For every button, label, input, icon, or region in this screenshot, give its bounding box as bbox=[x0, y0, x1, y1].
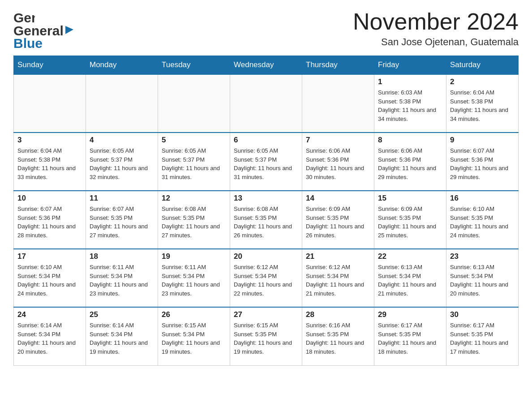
col-sunday: Sunday bbox=[14, 56, 86, 75]
table-row: 15Sunrise: 6:09 AMSunset: 5:35 PMDayligh… bbox=[374, 191, 446, 249]
table-row: 21Sunrise: 6:12 AMSunset: 5:34 PMDayligh… bbox=[302, 249, 374, 307]
day-number: 23 bbox=[450, 252, 515, 261]
day-info: Sunrise: 6:05 AMSunset: 5:37 PMDaylight:… bbox=[90, 146, 154, 181]
table-row: 11Sunrise: 6:07 AMSunset: 5:35 PMDayligh… bbox=[86, 191, 158, 249]
table-row: 6Sunrise: 6:05 AMSunset: 5:37 PMDaylight… bbox=[230, 133, 302, 191]
day-number: 5 bbox=[162, 136, 226, 145]
page-header: General General Blue November 2024 San J… bbox=[13, 9, 519, 51]
day-number: 3 bbox=[17, 136, 82, 145]
table-row: 2Sunrise: 6:04 AMSunset: 5:38 PMDaylight… bbox=[446, 74, 519, 133]
col-wednesday: Wednesday bbox=[230, 56, 302, 75]
day-number: 29 bbox=[378, 310, 442, 319]
day-number: 28 bbox=[306, 310, 370, 319]
title-section: November 2024 San Jose Ojetenan, Guatema… bbox=[353, 9, 519, 48]
col-thursday: Thursday bbox=[302, 56, 374, 75]
col-friday: Friday bbox=[374, 56, 446, 75]
day-number: 27 bbox=[234, 310, 298, 319]
logo-triangle-icon bbox=[64, 25, 74, 35]
table-row: 19Sunrise: 6:11 AMSunset: 5:34 PMDayligh… bbox=[158, 249, 230, 307]
day-info: Sunrise: 6:13 AMSunset: 5:34 PMDaylight:… bbox=[450, 263, 515, 298]
table-row: 20Sunrise: 6:12 AMSunset: 5:34 PMDayligh… bbox=[230, 249, 302, 307]
table-row: 12Sunrise: 6:08 AMSunset: 5:35 PMDayligh… bbox=[158, 191, 230, 249]
day-info: Sunrise: 6:13 AMSunset: 5:34 PMDaylight:… bbox=[378, 263, 442, 298]
day-info: Sunrise: 6:09 AMSunset: 5:35 PMDaylight:… bbox=[306, 205, 370, 240]
table-row: 16Sunrise: 6:10 AMSunset: 5:35 PMDayligh… bbox=[446, 191, 519, 249]
day-number: 17 bbox=[17, 252, 82, 261]
table-row: 9Sunrise: 6:07 AMSunset: 5:36 PMDaylight… bbox=[446, 133, 519, 191]
day-number: 26 bbox=[162, 310, 226, 319]
day-number: 6 bbox=[234, 136, 298, 145]
day-number: 20 bbox=[234, 252, 298, 261]
day-info: Sunrise: 6:11 AMSunset: 5:34 PMDaylight:… bbox=[162, 263, 226, 298]
table-row: 10Sunrise: 6:07 AMSunset: 5:36 PMDayligh… bbox=[14, 191, 86, 249]
col-tuesday: Tuesday bbox=[158, 56, 230, 75]
table-row: 29Sunrise: 6:17 AMSunset: 5:35 PMDayligh… bbox=[374, 307, 446, 365]
day-number: 13 bbox=[234, 194, 298, 203]
table-row: 25Sunrise: 6:14 AMSunset: 5:34 PMDayligh… bbox=[86, 307, 158, 365]
day-number: 25 bbox=[90, 310, 154, 319]
table-row: 14Sunrise: 6:09 AMSunset: 5:35 PMDayligh… bbox=[302, 191, 374, 249]
day-number: 15 bbox=[378, 194, 442, 203]
table-row: 7Sunrise: 6:06 AMSunset: 5:36 PMDaylight… bbox=[302, 133, 374, 191]
table-row: 26Sunrise: 6:15 AMSunset: 5:34 PMDayligh… bbox=[158, 307, 230, 365]
table-row bbox=[14, 74, 86, 133]
day-info: Sunrise: 6:16 AMSunset: 5:35 PMDaylight:… bbox=[306, 321, 370, 356]
day-number: 11 bbox=[90, 194, 154, 203]
day-number: 1 bbox=[378, 77, 442, 86]
table-row: 22Sunrise: 6:13 AMSunset: 5:34 PMDayligh… bbox=[374, 249, 446, 307]
table-row: 30Sunrise: 6:17 AMSunset: 5:35 PMDayligh… bbox=[446, 307, 519, 365]
main-title: November 2024 bbox=[353, 9, 519, 34]
table-row: 3Sunrise: 6:04 AMSunset: 5:38 PMDaylight… bbox=[14, 133, 86, 191]
day-number: 16 bbox=[450, 194, 515, 203]
svg-marker-1 bbox=[65, 26, 73, 34]
table-row: 17Sunrise: 6:10 AMSunset: 5:34 PMDayligh… bbox=[14, 249, 86, 307]
day-info: Sunrise: 6:07 AMSunset: 5:36 PMDaylight:… bbox=[17, 205, 82, 240]
day-info: Sunrise: 6:09 AMSunset: 5:35 PMDaylight:… bbox=[378, 205, 442, 240]
table-row: 24Sunrise: 6:14 AMSunset: 5:34 PMDayligh… bbox=[14, 307, 86, 365]
logo-blue-text: Blue bbox=[13, 36, 43, 51]
day-number: 4 bbox=[90, 136, 154, 145]
table-row: 4Sunrise: 6:05 AMSunset: 5:37 PMDaylight… bbox=[86, 133, 158, 191]
table-row: 8Sunrise: 6:06 AMSunset: 5:36 PMDaylight… bbox=[374, 133, 446, 191]
subtitle: San Jose Ojetenan, Guatemala bbox=[353, 36, 519, 48]
calendar-week-row: 3Sunrise: 6:04 AMSunset: 5:38 PMDaylight… bbox=[14, 133, 519, 191]
day-info: Sunrise: 6:06 AMSunset: 5:36 PMDaylight:… bbox=[306, 146, 370, 181]
calendar-table: Sunday Monday Tuesday Wednesday Thursday… bbox=[13, 56, 519, 366]
day-info: Sunrise: 6:15 AMSunset: 5:34 PMDaylight:… bbox=[162, 321, 226, 356]
calendar-week-row: 1Sunrise: 6:03 AMSunset: 5:38 PMDaylight… bbox=[14, 74, 519, 133]
day-info: Sunrise: 6:04 AMSunset: 5:38 PMDaylight:… bbox=[17, 146, 82, 181]
day-number: 9 bbox=[450, 136, 515, 145]
day-info: Sunrise: 6:10 AMSunset: 5:34 PMDaylight:… bbox=[17, 263, 82, 298]
day-number: 2 bbox=[450, 77, 515, 86]
table-row: 13Sunrise: 6:08 AMSunset: 5:35 PMDayligh… bbox=[230, 191, 302, 249]
day-info: Sunrise: 6:12 AMSunset: 5:34 PMDaylight:… bbox=[306, 263, 370, 298]
day-number: 30 bbox=[450, 310, 515, 319]
calendar-week-row: 17Sunrise: 6:10 AMSunset: 5:34 PMDayligh… bbox=[14, 249, 519, 307]
calendar-header-row: Sunday Monday Tuesday Wednesday Thursday… bbox=[14, 56, 519, 75]
day-info: Sunrise: 6:11 AMSunset: 5:34 PMDaylight:… bbox=[90, 263, 154, 298]
table-row: 27Sunrise: 6:15 AMSunset: 5:35 PMDayligh… bbox=[230, 307, 302, 365]
day-info: Sunrise: 6:17 AMSunset: 5:35 PMDaylight:… bbox=[450, 321, 515, 356]
day-info: Sunrise: 6:07 AMSunset: 5:35 PMDaylight:… bbox=[90, 205, 154, 240]
calendar-week-row: 24Sunrise: 6:14 AMSunset: 5:34 PMDayligh… bbox=[14, 307, 519, 365]
day-number: 7 bbox=[306, 136, 370, 145]
day-number: 12 bbox=[162, 194, 226, 203]
day-info: Sunrise: 6:04 AMSunset: 5:38 PMDaylight:… bbox=[450, 88, 515, 123]
day-info: Sunrise: 6:17 AMSunset: 5:35 PMDaylight:… bbox=[378, 321, 442, 356]
calendar-week-row: 10Sunrise: 6:07 AMSunset: 5:36 PMDayligh… bbox=[14, 191, 519, 249]
day-number: 8 bbox=[378, 136, 442, 145]
col-monday: Monday bbox=[86, 56, 158, 75]
day-number: 22 bbox=[378, 252, 442, 261]
table-row: 18Sunrise: 6:11 AMSunset: 5:34 PMDayligh… bbox=[86, 249, 158, 307]
day-number: 10 bbox=[17, 194, 82, 203]
table-row: 28Sunrise: 6:16 AMSunset: 5:35 PMDayligh… bbox=[302, 307, 374, 365]
day-info: Sunrise: 6:15 AMSunset: 5:35 PMDaylight:… bbox=[234, 321, 298, 356]
day-info: Sunrise: 6:08 AMSunset: 5:35 PMDaylight:… bbox=[234, 205, 298, 240]
day-number: 19 bbox=[162, 252, 226, 261]
col-saturday: Saturday bbox=[446, 56, 519, 75]
day-number: 21 bbox=[306, 252, 370, 261]
table-row: 5Sunrise: 6:05 AMSunset: 5:37 PMDaylight… bbox=[158, 133, 230, 191]
table-row bbox=[158, 74, 230, 133]
day-info: Sunrise: 6:06 AMSunset: 5:36 PMDaylight:… bbox=[378, 146, 442, 181]
day-info: Sunrise: 6:14 AMSunset: 5:34 PMDaylight:… bbox=[90, 321, 154, 356]
